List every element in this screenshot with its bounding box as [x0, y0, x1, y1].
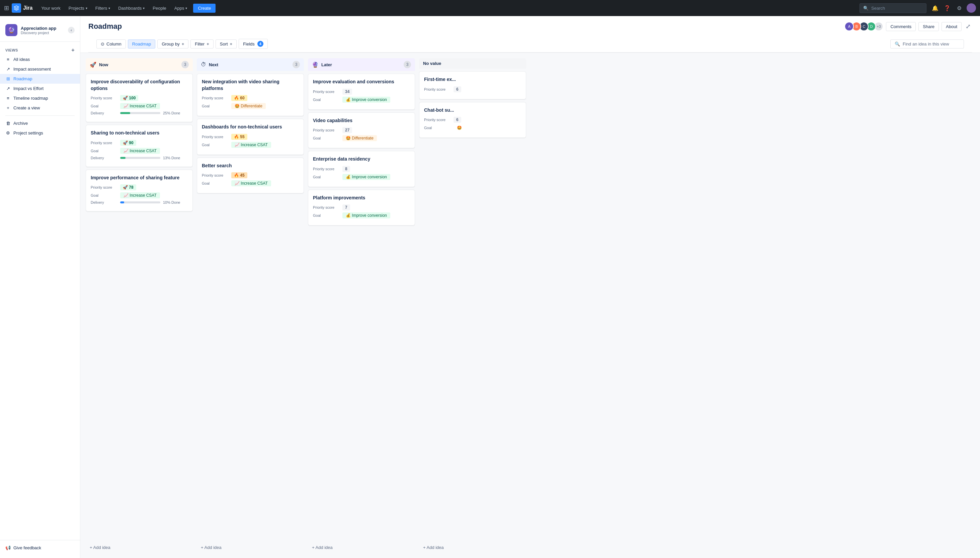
- card-item[interactable]: Enterprise data residencyPriority score8…: [308, 151, 415, 187]
- filter-button[interactable]: Filter +: [191, 39, 213, 49]
- card-item[interactable]: Improve discoverability of configuration…: [86, 74, 193, 122]
- plus-icon: +: [182, 41, 184, 46]
- sidebar-item-roadmap[interactable]: ⊞ Roadmap: [0, 74, 80, 84]
- sidebar-item-create-view[interactable]: + Create a view: [0, 103, 80, 113]
- create-button[interactable]: Create: [193, 4, 215, 13]
- goal-value: 📈 Increase CSAT: [120, 103, 160, 109]
- nav-projects[interactable]: Projects ▾: [65, 4, 91, 13]
- card-title: Dashboards for non-technical users: [202, 124, 299, 130]
- priority-score-value: 27: [342, 127, 352, 133]
- delivery-bar: 10% Done: [120, 200, 180, 204]
- sidebar-item-project-settings[interactable]: ⚙ Project settings: [0, 128, 80, 138]
- avatar-1[interactable]: A: [844, 22, 854, 31]
- card-title: Improve discoverability of configuration…: [91, 79, 188, 92]
- card-item[interactable]: Platform improvementsPriority score7Goal…: [308, 190, 415, 226]
- roadmap-icon: ⊞: [5, 76, 11, 81]
- group-by-button[interactable]: Group by +: [157, 39, 188, 49]
- sidebar: 🔮 Appreciation app Discovery project ‹ V…: [0, 16, 81, 558]
- sidebar-item-archive[interactable]: 🗑 Archive: [0, 118, 80, 128]
- sidebar-collapse-button[interactable]: ‹: [68, 27, 75, 33]
- priority-score-value: 🚀 90: [120, 140, 136, 146]
- nav-your-work[interactable]: Your work: [38, 4, 64, 13]
- column-later: 🔮Later3Improve evaluation and conversion…: [308, 58, 415, 553]
- delivery-label: Delivery: [91, 200, 117, 204]
- project-name: Appreciation app: [21, 26, 64, 31]
- column-header-later: 🔮Later3: [308, 58, 415, 71]
- goal-value: 💰 Improve conversion: [342, 97, 390, 103]
- score-badge: 🚀 90: [120, 140, 136, 146]
- card-item[interactable]: Improve evaluation and conversionsPriori…: [308, 74, 415, 110]
- column-no-value: No valueFirst-time ex...Priority score6C…: [419, 58, 526, 553]
- column-header-next: ⏱Next3: [197, 58, 304, 71]
- fields-count-badge: 4: [257, 41, 263, 47]
- plus-icon: +: [230, 41, 233, 46]
- card-priority-score-field: Priority score27: [313, 127, 410, 133]
- card-title: Enterprise data residency: [313, 156, 410, 162]
- sidebar-item-timeline[interactable]: ≡ Timeline roadmap: [0, 94, 80, 103]
- column-button[interactable]: ⊙ Column: [96, 39, 126, 49]
- card-item[interactable]: Improve performance of sharing featurePr…: [86, 170, 193, 212]
- share-button[interactable]: Share: [918, 22, 939, 31]
- about-button[interactable]: About: [942, 22, 962, 31]
- kanban-board: 🚀Now3Improve discoverability of configur…: [81, 53, 980, 558]
- impact-icon: ↗: [5, 67, 11, 72]
- idea-search-input[interactable]: 🔍 Find an idea in this view: [890, 39, 964, 49]
- priority-score-label: Priority score: [91, 141, 117, 145]
- fields-button[interactable]: Fields 4: [238, 39, 268, 49]
- nav-filters[interactable]: Filters ▾: [92, 4, 113, 13]
- card-item[interactable]: Chat-bot su...Priority score6Goal🤩: [419, 102, 526, 138]
- notifications-button[interactable]: 🔔: [931, 3, 940, 13]
- sort-button[interactable]: Sort +: [215, 39, 237, 49]
- column-now-count: 3: [181, 61, 189, 68]
- add-idea-button-next[interactable]: + Add idea: [197, 542, 304, 553]
- card-delivery-field: Delivery25% Done: [91, 111, 188, 115]
- column-next: ⏱Next3New integration with video sharing…: [197, 58, 304, 553]
- goal-badge: 💰 Improve conversion: [342, 174, 390, 180]
- sidebar-item-all-ideas[interactable]: ≡ All ideas: [0, 54, 80, 64]
- card-delivery-field: Delivery10% Done: [91, 200, 188, 204]
- card-item[interactable]: Dashboards for non-technical usersPriori…: [197, 119, 304, 155]
- nav-people[interactable]: People: [149, 4, 169, 13]
- card-title: Improve evaluation and conversions: [313, 79, 410, 85]
- grid-icon[interactable]: ⊞: [4, 4, 9, 12]
- card-goal-field: Goal💰 Improve conversion: [313, 174, 410, 180]
- add-idea-button-no-value[interactable]: + Add idea: [419, 542, 526, 553]
- card-priority-score-field: Priority score🚀 90: [91, 140, 188, 146]
- comments-button[interactable]: Comments: [886, 22, 916, 31]
- sidebar-item-impact-assessment[interactable]: ↗ Impact assessment: [0, 64, 80, 74]
- card-item[interactable]: New integration with video sharing platf…: [197, 74, 304, 116]
- project-type: Discovery project: [21, 31, 64, 35]
- priority-score-label: Priority score: [91, 185, 117, 189]
- page-header-top: Roadmap A B C D +3 Comments Share About …: [88, 21, 972, 31]
- card-priority-score-field: Priority score🚀 78: [91, 184, 188, 190]
- top-navigation: ⊞ Jira Your work Projects ▾ Filters ▾ Da…: [0, 0, 980, 16]
- card-item[interactable]: Better searchPriority score🔥 45Goal📈 Inc…: [197, 158, 304, 194]
- user-avatar[interactable]: [967, 3, 976, 13]
- card-title: Better search: [202, 162, 299, 169]
- card-item[interactable]: Sharing to non-technical usersPriority s…: [86, 125, 193, 167]
- help-button[interactable]: ❓: [942, 3, 952, 13]
- add-view-button[interactable]: +: [71, 47, 75, 53]
- add-idea-button-later[interactable]: + Add idea: [308, 542, 415, 553]
- impact-effort-icon: ↗: [5, 86, 11, 91]
- priority-score-value: 🔥 55: [231, 134, 247, 140]
- roadmap-view-button[interactable]: Roadmap: [128, 39, 155, 49]
- column-header-no-value: No value: [419, 58, 526, 69]
- nav-apps[interactable]: Apps ▾: [171, 4, 191, 13]
- nav-search[interactable]: 🔍 Search: [860, 3, 926, 13]
- expand-button[interactable]: ⤢: [964, 21, 972, 31]
- card-item[interactable]: First-time ex...Priority score6: [419, 71, 526, 99]
- nav-logo[interactable]: Jira: [12, 3, 33, 13]
- settings-button[interactable]: ⚙: [955, 3, 964, 13]
- nav-dashboards[interactable]: Dashboards ▾: [115, 4, 148, 13]
- card-goal-field: Goal💰 Improve conversion: [313, 212, 410, 218]
- goal-badge: 🤩 Differentiate: [342, 135, 377, 141]
- delivery-label: Delivery: [91, 156, 117, 160]
- sidebar-item-impact-effort[interactable]: ↗ Impact vs Effort: [0, 84, 80, 94]
- sidebar-item-feedback[interactable]: 📢 Give feedback: [0, 543, 80, 553]
- add-idea-button-now[interactable]: + Add idea: [86, 542, 193, 553]
- card-priority-score-field: Priority score🔥 60: [202, 95, 299, 101]
- card-item[interactable]: Video capabilitiesPriority score27Goal🤩 …: [308, 112, 415, 149]
- card-goal-field: Goal🤩 Differentiate: [313, 135, 410, 141]
- priority-score-label: Priority score: [313, 90, 340, 94]
